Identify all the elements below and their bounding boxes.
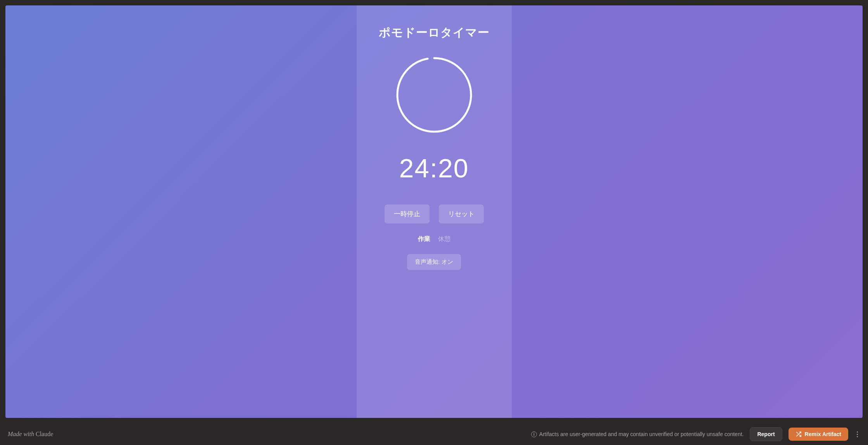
remix-label: Remix Artifact bbox=[805, 431, 841, 437]
info-icon: i bbox=[531, 431, 537, 437]
mode-row: 作業 休憩 bbox=[418, 235, 450, 243]
reset-button[interactable]: リセット bbox=[439, 204, 484, 223]
bottom-bar: Made with Claude i Artifacts are user-ge… bbox=[0, 423, 868, 445]
warning-message: i Artifacts are user-generated and may c… bbox=[531, 431, 744, 437]
app-frame: ポモドーロタイマー 24:20 一時停止 リセット 作業 休憩 音声通知: オン bbox=[0, 0, 868, 423]
timer-title: ポモドーロタイマー bbox=[379, 25, 490, 41]
time-display: 24:20 bbox=[399, 153, 469, 183]
app-content: ポモドーロタイマー 24:20 一時停止 リセット 作業 休憩 音声通知: オン bbox=[5, 5, 863, 418]
mode-work[interactable]: 作業 bbox=[418, 235, 430, 243]
svg-line-3 bbox=[796, 432, 797, 433]
progress-arc bbox=[397, 58, 471, 132]
menu-dots-icon[interactable] bbox=[854, 430, 860, 438]
mode-break[interactable]: 休憩 bbox=[438, 235, 450, 243]
made-with-brand: Claude bbox=[36, 431, 53, 437]
made-with-prefix: Made with bbox=[8, 431, 36, 437]
sound-toggle-button[interactable]: 音声通知: オン bbox=[407, 254, 461, 270]
made-with-label: Made with Claude bbox=[8, 431, 53, 438]
pause-button[interactable]: 一時停止 bbox=[385, 204, 430, 223]
remix-button[interactable]: Remix Artifact bbox=[789, 428, 848, 441]
timer-card: ポモドーロタイマー 24:20 一時停止 リセット 作業 休憩 音声通知: オン bbox=[357, 5, 512, 418]
button-row: 一時停止 リセット bbox=[385, 204, 484, 223]
shuffle-icon bbox=[796, 431, 802, 437]
warning-text: Artifacts are user-generated and may con… bbox=[539, 431, 744, 437]
progress-ring bbox=[395, 56, 473, 134]
report-button[interactable]: Report bbox=[750, 427, 782, 441]
